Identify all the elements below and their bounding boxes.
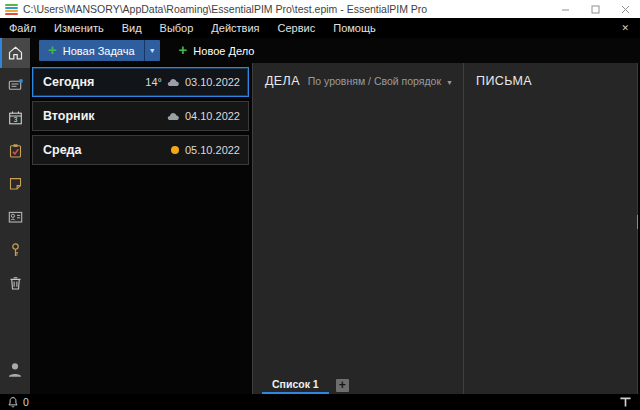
chevron-down-icon: ▼ xyxy=(149,47,156,54)
maximize-icon xyxy=(591,5,600,14)
svg-text:3: 3 xyxy=(13,116,17,123)
avatar-icon xyxy=(6,361,24,379)
bell-icon xyxy=(7,396,19,409)
plus-icon: + xyxy=(179,42,188,57)
menu-service[interactable]: Сервис xyxy=(269,18,325,38)
trash-icon xyxy=(7,275,24,291)
maximize-button[interactable] xyxy=(580,0,610,18)
action-toolbar: + Новая Задача ▼ + Новое Дело xyxy=(30,38,640,63)
content-area: + Новая Задача ▼ + Новое Дело Сегодня 14… xyxy=(30,38,640,394)
close-button[interactable] xyxy=(610,0,640,18)
panel-layout-button[interactable] xyxy=(619,396,632,408)
day-label: Сегодня xyxy=(43,75,145,89)
day-list: Сегодня 14° 03.10.2022 Вторник xyxy=(30,63,252,394)
new-todo-button[interactable]: + Новое Дело xyxy=(170,40,264,61)
status-bar: 0 xyxy=(0,394,640,410)
new-task-button[interactable]: + Новая Задача xyxy=(39,40,144,61)
user-avatar[interactable] xyxy=(0,353,30,386)
app-logo-icon xyxy=(5,4,18,15)
tasks-panel: ДЕЛА По уровням / Свой порядок ▼ Список … xyxy=(252,63,463,394)
tasks-panel-title: ДЕЛА xyxy=(265,74,300,88)
temperature-value: 14° xyxy=(145,76,162,88)
menu-view[interactable]: Вид xyxy=(113,18,151,38)
day-date: 05.10.2022 xyxy=(185,144,240,156)
menu-bar: Файл Изменить Вид Выбор Действия Сервис … xyxy=(0,18,640,38)
notes-icon xyxy=(7,176,24,192)
sidebar-item-notes[interactable] xyxy=(0,167,30,200)
menu-edit[interactable]: Изменить xyxy=(45,18,113,38)
sidebar-item-tasks[interactable] xyxy=(0,134,30,167)
plus-icon: + xyxy=(48,42,57,57)
menu-file[interactable]: Файл xyxy=(0,18,45,38)
panels-row: Сегодня 14° 03.10.2022 Вторник xyxy=(30,63,640,394)
menubar-close-icon[interactable]: ✕ xyxy=(610,23,640,33)
notifications-indicator[interactable]: 0 xyxy=(7,396,29,409)
task-list-tabs: Список 1 + xyxy=(253,376,463,394)
mail-panel: ПИСЬМА xyxy=(463,63,638,394)
day-date: 03.10.2022 xyxy=(185,76,240,88)
window-title: C:\Users\MANSORY\AppData\Roaming\Essenti… xyxy=(23,3,550,15)
cloud-icon xyxy=(167,77,180,87)
module-sidebar: 3 xyxy=(0,38,30,394)
calendar-icon: 3 xyxy=(7,110,24,126)
day-row-wednesday[interactable]: Среда 05.10.2022 xyxy=(32,135,249,165)
sidebar-item-trash[interactable] xyxy=(0,266,30,299)
day-date: 04.10.2022 xyxy=(185,110,240,122)
new-task-label: Новая Задача xyxy=(63,45,135,57)
sidebar-item-today[interactable] xyxy=(0,38,30,68)
sidebar-item-calendar[interactable]: 3 xyxy=(0,101,30,134)
new-todo-label: Новое Дело xyxy=(193,45,254,57)
main-area: 3 xyxy=(0,38,640,394)
splitter-handle[interactable] xyxy=(637,215,638,229)
new-task-dropdown-button[interactable]: ▼ xyxy=(144,40,160,61)
mail-list-empty xyxy=(464,95,637,394)
minimize-icon xyxy=(561,5,570,14)
sun-icon xyxy=(170,145,180,155)
close-icon xyxy=(621,5,630,14)
mail-icon xyxy=(7,77,24,93)
new-task-button-group: + Новая Задача ▼ xyxy=(39,40,160,61)
day-row-today[interactable]: Сегодня 14° 03.10.2022 xyxy=(32,67,249,97)
menu-select[interactable]: Выбор xyxy=(151,18,203,38)
tasks-icon xyxy=(7,143,24,159)
title-bar: C:\Users\MANSORY\AppData\Roaming\Essenti… xyxy=(0,0,640,18)
mail-panel-title: ПИСЬМА xyxy=(476,74,532,88)
menu-actions[interactable]: Действия xyxy=(202,18,268,38)
add-list-button[interactable]: + xyxy=(336,379,349,392)
notification-count: 0 xyxy=(23,396,29,408)
chevron-down-icon: ▼ xyxy=(446,79,453,86)
layout-t-icon xyxy=(619,396,632,408)
home-icon xyxy=(7,45,24,61)
day-row-tuesday[interactable]: Вторник 04.10.2022 xyxy=(32,101,249,131)
menu-help[interactable]: Помощь xyxy=(324,18,385,38)
tasks-list-empty xyxy=(253,95,463,376)
sidebar-item-mail[interactable] xyxy=(0,68,30,101)
tab-list-1[interactable]: Список 1 xyxy=(262,376,329,394)
sidebar-item-contacts[interactable] xyxy=(0,200,30,233)
day-label: Среда xyxy=(43,143,170,157)
day-label: Вторник xyxy=(43,109,167,123)
tasks-sort-dropdown[interactable]: По уровням / Свой порядок ▼ xyxy=(308,75,453,87)
sidebar-item-passwords[interactable] xyxy=(0,233,30,266)
key-icon xyxy=(7,242,24,258)
contacts-icon xyxy=(7,209,24,225)
sort-label: По уровням / Свой порядок xyxy=(308,75,441,87)
cloud-icon xyxy=(167,111,180,121)
minimize-button[interactable] xyxy=(550,0,580,18)
